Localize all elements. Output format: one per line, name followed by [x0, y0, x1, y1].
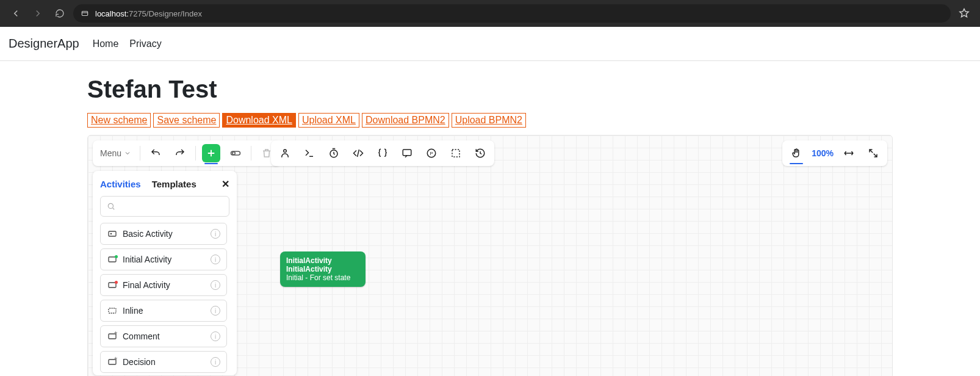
- app-brand[interactable]: DesignerApp: [6, 37, 82, 51]
- activity-basic[interactable]: Basic Activity i: [100, 223, 227, 245]
- bookmark-button[interactable]: [956, 5, 973, 22]
- selection-icon[interactable]: [447, 144, 465, 162]
- action-save-scheme[interactable]: Save scheme: [153, 113, 220, 128]
- process-icon[interactable]: P: [422, 144, 441, 162]
- activity-final[interactable]: Final Activity i: [100, 274, 227, 296]
- svg-rect-15: [109, 334, 116, 339]
- activity-label: Basic Activity: [123, 229, 173, 239]
- svg-text:P: P: [430, 151, 433, 156]
- designer-canvas[interactable]: Menu: [87, 135, 893, 376]
- inline-icon: [107, 305, 118, 316]
- activity-label: Inline: [123, 306, 143, 316]
- activity-label: Decision: [123, 357, 156, 367]
- action-upload-bpmn2[interactable]: Upload BPMN2: [452, 113, 526, 128]
- search-icon: [107, 202, 115, 211]
- fullscreen-button[interactable]: [864, 144, 882, 162]
- toolbar-elements: P: [271, 140, 494, 166]
- info-icon[interactable]: i: [211, 357, 220, 367]
- code-icon[interactable]: [349, 144, 367, 162]
- redo-button[interactable]: [171, 144, 189, 162]
- pan-tool-button[interactable]: [787, 144, 805, 162]
- info-icon[interactable]: i: [211, 306, 220, 316]
- nav-link-privacy[interactable]: Privacy: [129, 38, 161, 49]
- svg-point-11: [110, 233, 111, 234]
- command-icon[interactable]: [300, 144, 319, 162]
- tab-templates[interactable]: Templates: [152, 179, 196, 189]
- menu-dropdown[interactable]: Menu: [98, 148, 134, 158]
- url-text: localhost:7275/Designer/Index: [95, 9, 202, 18]
- svg-rect-14: [109, 308, 116, 313]
- timer-icon[interactable]: [325, 144, 343, 162]
- info-icon[interactable]: i: [211, 331, 220, 341]
- svg-point-2: [232, 152, 236, 155]
- info-icon[interactable]: i: [211, 255, 220, 264]
- activity-inline[interactable]: Inline i: [100, 300, 227, 322]
- browser-chrome: localhost:7275/Designer/Index: [0, 0, 980, 27]
- info-icon[interactable]: i: [211, 229, 220, 239]
- initial-activity-icon: [107, 254, 118, 265]
- svg-rect-0: [82, 12, 87, 16]
- basic-activity-icon: [107, 228, 118, 239]
- action-download-xml[interactable]: Download XML: [222, 113, 296, 128]
- comment-activity-icon: [107, 331, 118, 342]
- toolbar-main: Menu: [93, 140, 281, 166]
- canvas-node-initial[interactable]: InitialActivity InitialActivity Initial …: [280, 251, 366, 287]
- activity-comment[interactable]: Comment i: [100, 325, 227, 347]
- svg-rect-8: [452, 150, 459, 157]
- comment-icon[interactable]: [398, 144, 416, 162]
- activity-initial[interactable]: Initial Activity i: [100, 248, 227, 270]
- svg-point-9: [108, 203, 113, 208]
- panel-close-button[interactable]: ✕: [222, 178, 229, 190]
- history-icon[interactable]: [471, 144, 489, 162]
- fit-width-button[interactable]: [840, 144, 858, 162]
- svg-rect-12: [109, 257, 116, 262]
- action-upload-xml[interactable]: Upload XML: [298, 113, 359, 128]
- toolbar-view: 100%: [782, 140, 887, 166]
- braces-icon[interactable]: [373, 144, 392, 162]
- app-nav: DesignerApp Home Privacy: [0, 27, 980, 61]
- final-activity-icon: [107, 280, 118, 291]
- svg-rect-10: [109, 231, 116, 236]
- svg-rect-5: [403, 150, 411, 156]
- svg-rect-16: [109, 360, 116, 364]
- action-new-scheme[interactable]: New scheme: [87, 113, 151, 128]
- forward-button[interactable]: [29, 5, 46, 22]
- zoom-percent[interactable]: 100%: [812, 148, 834, 158]
- reload-button[interactable]: [51, 5, 68, 22]
- node-title: InitialActivity: [286, 256, 359, 265]
- node-subtitle: InitialActivity: [286, 265, 359, 273]
- decision-activity-icon: [107, 356, 118, 367]
- panel-search-input[interactable]: [100, 196, 229, 217]
- svg-point-3: [284, 150, 287, 153]
- tab-activities[interactable]: Activities: [100, 179, 141, 189]
- svg-rect-13: [109, 283, 116, 287]
- actor-icon[interactable]: [276, 144, 294, 162]
- activity-label: Initial Activity: [123, 255, 171, 264]
- info-icon[interactable]: i: [211, 280, 220, 290]
- activities-list: Basic Activity i Initial Activity i Fina…: [100, 223, 229, 373]
- activity-label: Final Activity: [123, 280, 170, 290]
- node-desc: Initial - For set state: [286, 273, 359, 282]
- site-info-icon[interactable]: [81, 9, 89, 18]
- activities-panel: Activities Templates ✕ Basic Activity i …: [93, 171, 237, 375]
- add-activity-button[interactable]: [202, 144, 220, 162]
- action-download-bpmn2[interactable]: Download BPMN2: [362, 113, 449, 128]
- page-title: Stefan Test: [87, 76, 893, 103]
- activity-label: Comment: [123, 331, 160, 341]
- action-row: New scheme Save scheme Download XML Uplo…: [87, 113, 893, 128]
- nav-link-home[interactable]: Home: [93, 38, 119, 49]
- activity-decision[interactable]: Decision i: [100, 351, 227, 373]
- undo-button[interactable]: [146, 144, 165, 162]
- back-button[interactable]: [7, 5, 24, 22]
- toggle-button[interactable]: [226, 144, 245, 162]
- address-bar[interactable]: localhost:7275/Designer/Index: [73, 4, 951, 23]
